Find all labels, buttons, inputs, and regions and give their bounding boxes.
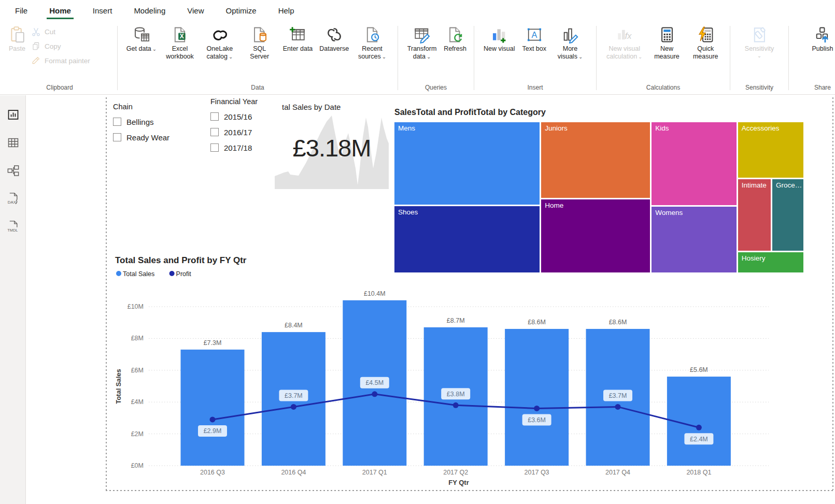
dataverse-button[interactable]: Dataverse	[317, 23, 351, 54]
paste-button: Paste	[6, 23, 28, 54]
line-marker-2016-Q4[interactable]	[291, 404, 296, 410]
legend-label[interactable]: Profit	[176, 270, 192, 278]
more-visuals-button[interactable]: More visuals⌄	[551, 23, 589, 62]
new-measure-button[interactable]: New measure	[648, 23, 686, 62]
transform-data-icon	[413, 26, 431, 44]
treemap-tile-mens[interactable]: Mens	[394, 122, 540, 205]
sql-server-button[interactable]: SQL Server	[241, 23, 278, 62]
ribbon-group-label: Sensitivity	[730, 84, 788, 94]
line-marker-2018-Q1[interactable]	[696, 425, 702, 430]
menu-tab-optimize[interactable]: Optimize	[215, 0, 267, 21]
treemap-tile-label: Groce…	[772, 179, 803, 191]
card-title: tal Sales by Date	[275, 99, 389, 111]
get-data-button[interactable]: Get data⌄	[124, 23, 159, 54]
menu-tab-insert[interactable]: Insert	[82, 0, 123, 21]
chevron-down-icon: ⌄	[382, 54, 386, 60]
recent-sources-button[interactable]: Recent sources⌄	[353, 23, 391, 62]
menu-tab-modeling[interactable]: Modeling	[123, 0, 176, 21]
y-axis-tick-label: £8M	[131, 335, 144, 342]
treemap-tile-accessories[interactable]: Accessories	[738, 122, 803, 178]
bar-data-label: £10.4M	[364, 290, 386, 297]
bar-2016-Q3[interactable]	[181, 350, 245, 466]
slicer-financial-year[interactable]: Financial Year 2015/162016/172017/18	[210, 97, 283, 155]
x-axis-tick-label: 2016 Q3	[200, 469, 225, 476]
new-measure-icon	[658, 26, 676, 44]
copy-button: Copy	[28, 40, 93, 53]
menu-tab-home[interactable]: Home	[38, 0, 82, 21]
line-data-label: £3.8M	[447, 391, 465, 398]
ribbon-group-buttons: Get data⌄XExcel workbookOneLake catalog⌄…	[118, 21, 398, 84]
checkbox-icon[interactable]	[113, 118, 121, 126]
combo-chart: Total Sales and Profit by FY QtrTotal Sa…	[111, 251, 775, 492]
menu-tab-view[interactable]: View	[176, 0, 215, 21]
menubar: FileHomeInsertModelingViewOptimizeHelp	[0, 0, 835, 21]
bar-2017-Q3[interactable]	[505, 329, 569, 466]
text-box-button[interactable]: AText box	[520, 23, 548, 54]
treemap-tile-juniors[interactable]: Juniors	[541, 122, 650, 198]
menu-tab-label: Optimize	[226, 6, 257, 15]
paste-icon	[8, 26, 26, 44]
slicer-option-2016-17[interactable]: 2016/17	[210, 124, 283, 140]
refresh-button[interactable]: Refresh	[442, 23, 469, 54]
bar-data-label: £5.6M	[690, 366, 708, 373]
enter-data-button[interactable]: Enter data	[281, 23, 315, 54]
treemap-tiles: MensShoesJuniorsHomeKidsWomensAccessorie…	[394, 122, 803, 272]
treemap-tile-groce[interactable]: Groce…	[772, 179, 803, 251]
transform-data-button[interactable]: Transform data⌄	[403, 23, 441, 62]
menu-tab-label: File	[15, 6, 27, 15]
button-label: Sensitivity	[745, 45, 774, 53]
treemap-tile-label: Intimate	[738, 179, 771, 191]
checkbox-icon[interactable]	[210, 112, 219, 121]
slicer-option-bellings[interactable]: Bellings	[113, 114, 196, 129]
sidebar-item-dax-query-view[interactable]: DAX	[0, 184, 26, 212]
line-data-label: £3.6M	[528, 416, 546, 424]
slicer-option-2017-18[interactable]: 2017/18	[210, 140, 283, 155]
treemap-title: SalesTotal and ProfitTotal by Category	[394, 108, 804, 122]
excel-workbook-button[interactable]: XExcel workbook	[161, 23, 199, 62]
button-label: Refresh	[444, 45, 466, 53]
enter-data-icon	[289, 26, 306, 44]
sidebar-item-model-view[interactable]	[0, 156, 26, 184]
quick-measure-button[interactable]: Quick measure	[687, 23, 724, 62]
x-axis-tick-label: 2016 Q4	[281, 469, 306, 476]
treemap-sales-by-category[interactable]: SalesTotal and ProfitTotal by Category M…	[394, 108, 804, 275]
line-marker-2017-Q1[interactable]	[372, 391, 377, 397]
line-marker-2017-Q3[interactable]	[534, 406, 540, 411]
menu-tab-label: Modeling	[134, 6, 165, 15]
treemap-tile-intimate[interactable]: Intimate	[738, 179, 771, 251]
text-box-icon: A	[526, 26, 543, 44]
checkbox-icon[interactable]	[210, 143, 219, 152]
chevron-down-icon: ⌄	[757, 53, 761, 59]
new-visual-button[interactable]: New visual	[482, 23, 517, 54]
tmdl-view-icon: TMDL	[6, 220, 20, 234]
treemap-tile-kids[interactable]: Kids	[652, 122, 737, 205]
treemap-tile-label: Home	[541, 199, 650, 211]
line-marker-2017-Q2[interactable]	[453, 402, 459, 408]
slicer-option-ready-wear[interactable]: Ready Wear	[113, 129, 196, 145]
menu-tab-help[interactable]: Help	[267, 0, 305, 21]
sidebar-item-tmdl-view[interactable]: TMDL	[0, 212, 26, 240]
checkbox-icon[interactable]	[113, 133, 121, 141]
publish-button[interactable]: Publish	[810, 23, 835, 54]
ribbon-group-calculations: fxNew visual calculation⌄New measureQuic…	[597, 21, 730, 94]
treemap-tile-label: Womens	[652, 207, 737, 219]
ribbon-group-buttons: fxNew visual calculation⌄New measureQuic…	[597, 21, 730, 84]
menu-tab-file[interactable]: File	[4, 0, 38, 21]
sidebar-item-report-view[interactable]	[0, 100, 26, 128]
combo-chart-total-sales-profit[interactable]: Total Sales and Profit by FY QtrTotal Sa…	[111, 251, 775, 492]
legend-label[interactable]: Total Sales	[123, 270, 154, 278]
line-marker-2017-Q4[interactable]	[615, 404, 621, 410]
checkbox-icon[interactable]	[210, 128, 219, 136]
sql-server-icon	[251, 26, 268, 44]
bar-data-label: £8.7M	[447, 317, 465, 324]
report-canvas[interactable]: Chain BellingsReady Wear Financial Year …	[26, 95, 835, 504]
onelake-catalog-button[interactable]: OneLake catalog⌄	[201, 23, 238, 62]
slicer-option-label: Bellings	[126, 118, 154, 126]
card-total-sales-by-date[interactable]: tal Sales by Date £3.18M	[275, 99, 389, 193]
y-axis-tick-label: £6M	[131, 367, 144, 374]
sidebar-item-table-view[interactable]	[0, 128, 26, 156]
x-axis-tick-label: 2018 Q1	[686, 469, 711, 476]
slicer-option-2015-16[interactable]: 2015/16	[210, 109, 283, 124]
slicer-chain[interactable]: Chain BellingsReady Wear	[113, 103, 196, 145]
line-marker-2016-Q3[interactable]	[210, 416, 216, 422]
